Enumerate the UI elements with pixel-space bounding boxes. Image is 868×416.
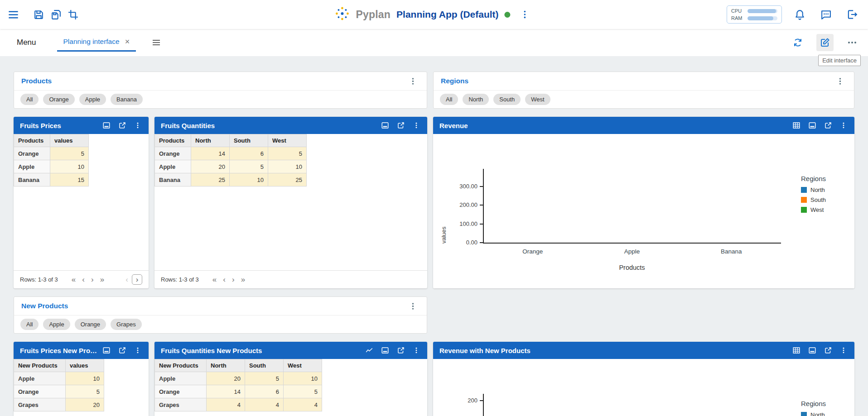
table-view-icon[interactable] xyxy=(792,121,800,129)
filter-chip-apple[interactable]: Apple xyxy=(43,319,70,330)
cell-value[interactable]: 5 xyxy=(284,385,322,398)
cell-value[interactable]: 10 xyxy=(284,372,322,385)
next-page-button[interactable]: › xyxy=(91,275,94,284)
cell-value[interactable]: 20 xyxy=(207,372,245,385)
row-header[interactable]: Grapes xyxy=(14,398,66,411)
cell-value[interactable]: 5 xyxy=(268,147,307,160)
filter-chip-all[interactable]: All xyxy=(20,94,39,105)
panel-icon[interactable] xyxy=(102,346,111,354)
cell-value[interactable]: 15 xyxy=(50,173,89,186)
column-header[interactable]: Products xyxy=(14,134,50,147)
legend-item-north[interactable]: North xyxy=(801,186,826,193)
cell-value[interactable]: 10 xyxy=(50,160,89,173)
open-in-new-icon[interactable] xyxy=(824,121,832,129)
open-in-new-icon[interactable] xyxy=(118,346,126,354)
filter-chip-west[interactable]: West xyxy=(525,94,550,105)
open-in-new-icon[interactable] xyxy=(397,121,405,129)
filter-chip-south[interactable]: South xyxy=(493,94,521,105)
cell-value[interactable]: 4 xyxy=(245,398,284,411)
column-header[interactable]: Products xyxy=(155,134,191,147)
table-view-icon[interactable] xyxy=(792,346,800,354)
tab-list-icon[interactable] xyxy=(148,34,165,51)
column-header[interactable]: West xyxy=(284,359,322,372)
panel-icon[interactable] xyxy=(381,121,389,129)
cell-value[interactable]: 20 xyxy=(191,160,230,173)
column-header[interactable]: South xyxy=(245,359,284,372)
kebab-icon[interactable] xyxy=(404,297,421,315)
notifications-icon[interactable] xyxy=(791,6,808,23)
scroll-left-button[interactable]: ‹ xyxy=(125,275,128,284)
kebab-icon[interactable] xyxy=(413,122,420,129)
close-icon[interactable]: × xyxy=(125,38,130,46)
legend-item-north[interactable]: North xyxy=(801,411,826,416)
column-header[interactable]: New Products xyxy=(14,359,66,372)
row-header[interactable]: Apple xyxy=(155,372,207,385)
kebab-icon[interactable] xyxy=(413,347,420,354)
cell-value[interactable]: 4 xyxy=(207,398,245,411)
menu-icon[interactable] xyxy=(5,6,22,23)
cell-value[interactable]: 5 xyxy=(50,147,89,160)
filter-chip-orange[interactable]: Orange xyxy=(75,319,106,330)
row-header[interactable]: Orange xyxy=(155,147,191,160)
filter-chip-apple[interactable]: Apple xyxy=(79,94,106,105)
column-header[interactable]: values xyxy=(66,359,104,372)
cell-value[interactable]: 14 xyxy=(207,385,245,398)
column-header[interactable]: New Products xyxy=(155,359,207,372)
column-header[interactable]: North xyxy=(191,134,230,147)
cell-value[interactable]: 10 xyxy=(230,173,268,186)
cell-value[interactable]: 5 xyxy=(230,160,268,173)
kebab-icon[interactable] xyxy=(831,72,849,90)
cell-value[interactable]: 20 xyxy=(66,398,104,411)
cell-value[interactable]: 25 xyxy=(268,173,307,186)
open-in-new-icon[interactable] xyxy=(824,346,832,354)
prev-page-button[interactable]: ‹ xyxy=(223,275,226,284)
open-in-new-icon[interactable] xyxy=(397,346,405,354)
first-page-button[interactable]: « xyxy=(212,275,217,284)
workspace-title[interactable]: Planning App (Default) xyxy=(396,9,499,20)
scroll-right-button[interactable]: › xyxy=(132,274,142,285)
logout-icon[interactable] xyxy=(844,6,861,23)
cell-value[interactable]: 5 xyxy=(66,385,104,398)
cell-value[interactable]: 10 xyxy=(268,160,307,173)
filter-chip-all[interactable]: All xyxy=(440,94,458,105)
save-all-icon[interactable] xyxy=(47,6,64,23)
row-header[interactable]: Grapes xyxy=(155,398,207,411)
panel-icon[interactable] xyxy=(381,346,389,354)
tab-planning-interface[interactable]: Planning interface × xyxy=(57,33,136,52)
panel-icon[interactable] xyxy=(102,121,111,129)
row-header[interactable]: Orange xyxy=(14,147,50,160)
next-page-button[interactable]: › xyxy=(232,275,235,284)
column-header[interactable]: values xyxy=(50,134,89,147)
row-header[interactable]: Orange xyxy=(14,385,66,398)
last-page-button[interactable]: » xyxy=(100,275,104,284)
cell-value[interactable]: 6 xyxy=(245,385,284,398)
more-horizontal-icon[interactable] xyxy=(844,34,861,51)
feedback-icon[interactable] xyxy=(817,6,834,23)
panel-icon[interactable] xyxy=(808,121,816,129)
legend-item-west[interactable]: West xyxy=(801,206,826,213)
column-header[interactable]: West xyxy=(268,134,307,147)
open-in-new-icon[interactable] xyxy=(118,121,126,129)
filter-chip-all[interactable]: All xyxy=(20,319,39,330)
kebab-icon[interactable] xyxy=(840,347,847,354)
row-header[interactable]: Orange xyxy=(155,385,207,398)
edit-icon[interactable] xyxy=(816,34,834,51)
row-header[interactable]: Apple xyxy=(14,160,50,173)
row-header[interactable]: Apple xyxy=(14,372,66,385)
cell-value[interactable]: 10 xyxy=(66,372,104,385)
kebab-icon[interactable] xyxy=(134,122,141,129)
save-icon[interactable] xyxy=(30,6,47,23)
filter-chip-north[interactable]: North xyxy=(463,94,489,105)
refresh-icon[interactable] xyxy=(789,34,806,51)
filter-chip-grapes[interactable]: Grapes xyxy=(111,319,142,330)
menu-button[interactable]: Menu xyxy=(17,38,36,47)
last-page-button[interactable]: » xyxy=(241,275,245,284)
cell-value[interactable]: 5 xyxy=(245,372,284,385)
more-vertical-icon[interactable] xyxy=(516,6,534,23)
kebab-icon[interactable] xyxy=(404,72,421,90)
line-chart-icon[interactable] xyxy=(365,346,373,354)
prev-page-button[interactable]: ‹ xyxy=(82,275,85,284)
kebab-icon[interactable] xyxy=(134,347,141,354)
row-header[interactable]: Banana xyxy=(14,173,50,186)
panel-icon[interactable] xyxy=(808,346,816,354)
